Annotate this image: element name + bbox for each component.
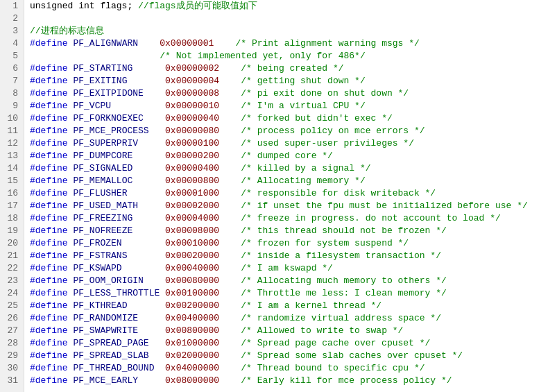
code-line: #define PF_SWAPWRITE 0x00800000 /* Allow… bbox=[30, 325, 557, 337]
code-line: #define PF_LESS_THROTTLE 0x00100000 /* T… bbox=[30, 287, 557, 300]
code-line: #define PF_SPREAD_SLAB 0x02000000 /* Spr… bbox=[30, 350, 557, 362]
code-line: #define PF_SUPERPRIV 0x00000100 /* used … bbox=[30, 137, 557, 150]
code-container: 1234567891011121314151617181920212223242… bbox=[0, 0, 557, 392]
line-number: 3 bbox=[6, 25, 18, 37]
code-line: /* Not implemented yet, only for 486*/ bbox=[30, 50, 557, 62]
code-line: #define PF_FREEZING 0x00004000 /* freeze… bbox=[30, 212, 557, 225]
line-numbers: 1234567891011121314151617181920212223242… bbox=[0, 0, 24, 392]
line-number: 25 bbox=[6, 300, 18, 312]
line-number: 7 bbox=[6, 75, 18, 87]
line-number: 20 bbox=[6, 237, 18, 250]
line-number: 24 bbox=[6, 287, 18, 300]
line-number: 6 bbox=[6, 62, 18, 75]
code-line: #define PF_FORKNOEXEC 0x00000040 /* fork… bbox=[30, 112, 557, 125]
line-number: 15 bbox=[6, 175, 18, 187]
line-number: 12 bbox=[6, 137, 18, 150]
line-number: 30 bbox=[6, 362, 18, 375]
code-line: unsigned int flags; //flags成员的可能取值如下 bbox=[30, 0, 557, 12]
code-line: #define PF_NOFREEZE 0x00008000 /* this t… bbox=[30, 225, 557, 237]
line-number: 21 bbox=[6, 250, 18, 262]
code-area[interactable]: unsigned int flags; //flags成员的可能取值如下 //进… bbox=[24, 0, 557, 392]
line-number: 8 bbox=[6, 87, 18, 100]
line-number: 1 bbox=[6, 0, 18, 12]
code-line: #define PF_FROZEN 0x00010000 /* frozen f… bbox=[30, 237, 557, 250]
line-number: 5 bbox=[6, 50, 18, 62]
line-number: 27 bbox=[6, 325, 18, 337]
code-line: #define PF_SIGNALED 0x00000400 /* killed… bbox=[30, 162, 557, 175]
code-line: #define PF_KSWAPD 0x00040000 /* I am ksw… bbox=[30, 262, 557, 275]
code-line: #define PF_OOM_ORIGIN 0x00080000 /* Allo… bbox=[30, 275, 557, 287]
code-line bbox=[30, 12, 557, 25]
line-number: 10 bbox=[6, 112, 18, 125]
line-number: 19 bbox=[6, 225, 18, 237]
line-number: 26 bbox=[6, 312, 18, 325]
line-number: 2 bbox=[6, 12, 18, 25]
line-number: 17 bbox=[6, 200, 18, 212]
code-line: #define PF_MCE_EARLY 0x08000000 /* Early… bbox=[30, 375, 557, 387]
code-line: #define PF_DUMPCORE 0x00000200 /* dumped… bbox=[30, 150, 557, 162]
line-number: 14 bbox=[6, 162, 18, 175]
code-line: #define PF_EXITING 0x00000004 /* getting… bbox=[30, 75, 557, 87]
code-line: #define PF_EXITPIDONE 0x00000008 /* pi e… bbox=[30, 87, 557, 100]
line-number: 18 bbox=[6, 212, 18, 225]
code-line: #define PF_FSTRANS 0x00020000 /* inside … bbox=[30, 250, 557, 262]
line-number: 29 bbox=[6, 350, 18, 362]
line-number: 22 bbox=[6, 262, 18, 275]
code-line: //进程的标志信息 bbox=[30, 25, 557, 37]
code-line: #define PF_ALIGNWARN 0x00000001 /* Print… bbox=[30, 37, 557, 50]
code-line: #define PF_STARTING 0x00000002 /* being … bbox=[30, 62, 557, 75]
code-line: #define PF_MCE_PROCESS 0x00000080 /* pro… bbox=[30, 125, 557, 137]
line-number: 9 bbox=[6, 100, 18, 112]
code-line: #define PF_MEMALLOC 0x00000800 /* Alloca… bbox=[30, 175, 557, 187]
code-line: #define PF_SPREAD_PAGE 0x01000000 /* Spr… bbox=[30, 337, 557, 350]
code-line: #define PF_THREAD_BOUND 0x04000000 /* Th… bbox=[30, 362, 557, 375]
line-number: 31 bbox=[6, 375, 18, 387]
line-number: 4 bbox=[6, 37, 18, 50]
code-line: #define PF_RANDOMIZE 0x00400000 /* rando… bbox=[30, 312, 557, 325]
line-number: 16 bbox=[6, 187, 18, 200]
line-number: 28 bbox=[6, 337, 18, 350]
code-line: #define PF_VCPU 0x00000010 /* I'm a virt… bbox=[30, 100, 557, 112]
code-line: #define PF_KTHREAD 0x00200000 /* I am a … bbox=[30, 300, 557, 312]
code-line: #define PF_FLUSHER 0x00001000 /* respons… bbox=[30, 187, 557, 200]
line-number: 13 bbox=[6, 150, 18, 162]
code-line: #define PF_USED_MATH 0x00002000 /* if un… bbox=[30, 200, 557, 212]
line-number: 23 bbox=[6, 275, 18, 287]
line-number: 11 bbox=[6, 125, 18, 137]
